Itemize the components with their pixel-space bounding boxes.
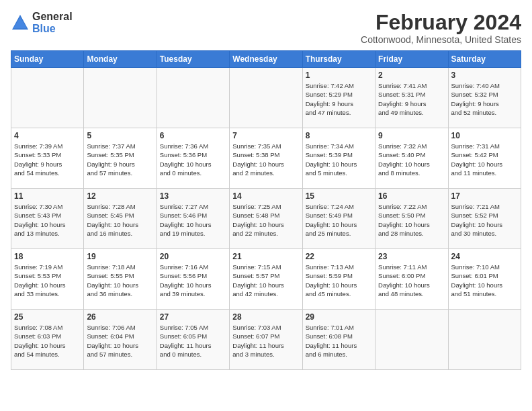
calendar-header: SundayMondayTuesdayWednesdayThursdayFrid… (11, 51, 521, 68)
day-number: 10 (451, 131, 518, 140)
day-info: Sunrise: 7:37 AM Sunset: 5:35 PM Dayligh… (87, 142, 153, 177)
calendar-cell: 1Sunrise: 7:42 AM Sunset: 5:29 PM Daylig… (302, 68, 375, 128)
calendar-subtitle: Cottonwood, Minnesota, United States (361, 34, 521, 45)
day-info: Sunrise: 7:10 AM Sunset: 6:01 PM Dayligh… (451, 263, 518, 298)
weekday-header-wednesday: Wednesday (230, 51, 302, 68)
calendar-cell: 13Sunrise: 7:27 AM Sunset: 5:46 PM Dayli… (157, 189, 229, 249)
calendar-cell: 4Sunrise: 7:39 AM Sunset: 5:33 PM Daylig… (11, 128, 84, 189)
day-number: 9 (378, 131, 445, 140)
day-info: Sunrise: 7:31 AM Sunset: 5:42 PM Dayligh… (451, 142, 518, 177)
day-info: Sunrise: 7:25 AM Sunset: 5:48 PM Dayligh… (232, 202, 299, 238)
calendar-cell: 12Sunrise: 7:28 AM Sunset: 5:45 PM Dayli… (84, 189, 157, 249)
day-info: Sunrise: 7:27 AM Sunset: 5:46 PM Dayligh… (160, 202, 226, 238)
calendar-week-3: 11Sunrise: 7:30 AM Sunset: 5:43 PM Dayli… (11, 189, 521, 249)
calendar-cell: 9Sunrise: 7:32 AM Sunset: 5:40 PM Daylig… (375, 128, 448, 189)
day-number: 22 (306, 252, 372, 261)
calendar-week-1: 1Sunrise: 7:42 AM Sunset: 5:29 PM Daylig… (11, 68, 521, 128)
weekday-header-monday: Monday (84, 51, 157, 68)
logo: General Blue (11, 11, 73, 34)
logo-blue-text: Blue (32, 23, 73, 35)
day-info: Sunrise: 7:06 AM Sunset: 6:04 PM Dayligh… (87, 323, 153, 359)
day-number: 25 (14, 312, 81, 322)
calendar-cell: 26Sunrise: 7:06 AM Sunset: 6:04 PM Dayli… (84, 310, 157, 370)
day-number: 7 (232, 131, 299, 140)
day-number: 24 (451, 252, 518, 261)
weekday-header-saturday: Saturday (448, 51, 521, 68)
day-number: 26 (87, 312, 153, 322)
day-info: Sunrise: 7:32 AM Sunset: 5:40 PM Dayligh… (378, 142, 445, 177)
day-info: Sunrise: 7:22 AM Sunset: 5:50 PM Dayligh… (378, 202, 445, 238)
calendar-cell: 27Sunrise: 7:05 AM Sunset: 6:05 PM Dayli… (157, 310, 229, 370)
day-number: 6 (160, 131, 226, 140)
calendar-cell (84, 68, 157, 128)
logo-icon (11, 13, 30, 32)
calendar-week-2: 4Sunrise: 7:39 AM Sunset: 5:33 PM Daylig… (11, 128, 521, 189)
calendar-cell: 20Sunrise: 7:16 AM Sunset: 5:56 PM Dayli… (157, 249, 229, 310)
day-number: 14 (232, 191, 299, 201)
calendar-cell: 21Sunrise: 7:15 AM Sunset: 5:57 PM Dayli… (230, 249, 302, 310)
day-info: Sunrise: 7:41 AM Sunset: 5:31 PM Dayligh… (378, 81, 445, 117)
day-number: 8 (306, 131, 372, 140)
calendar-cell: 28Sunrise: 7:03 AM Sunset: 6:07 PM Dayli… (230, 310, 302, 370)
day-info: Sunrise: 7:39 AM Sunset: 5:33 PM Dayligh… (14, 142, 81, 177)
calendar-cell: 5Sunrise: 7:37 AM Sunset: 5:35 PM Daylig… (84, 128, 157, 189)
day-info: Sunrise: 7:15 AM Sunset: 5:57 PM Dayligh… (232, 263, 299, 298)
day-number: 4 (14, 131, 81, 140)
day-info: Sunrise: 7:11 AM Sunset: 6:00 PM Dayligh… (378, 263, 445, 298)
calendar-cell (448, 310, 521, 370)
svg-marker-1 (13, 17, 27, 28)
day-number: 20 (160, 252, 226, 261)
day-number: 29 (306, 312, 372, 322)
day-number: 2 (378, 71, 445, 80)
calendar-cell: 8Sunrise: 7:34 AM Sunset: 5:39 PM Daylig… (302, 128, 375, 189)
calendar-cell: 10Sunrise: 7:31 AM Sunset: 5:42 PM Dayli… (448, 128, 521, 189)
calendar-table: SundayMondayTuesdayWednesdayThursdayFrid… (11, 50, 521, 370)
day-number: 11 (14, 191, 81, 201)
calendar-cell: 14Sunrise: 7:25 AM Sunset: 5:48 PM Dayli… (230, 189, 302, 249)
calendar-cell: 19Sunrise: 7:18 AM Sunset: 5:55 PM Dayli… (84, 249, 157, 310)
day-info: Sunrise: 7:24 AM Sunset: 5:49 PM Dayligh… (306, 202, 372, 238)
day-info: Sunrise: 7:01 AM Sunset: 6:08 PM Dayligh… (306, 323, 372, 359)
day-info: Sunrise: 7:42 AM Sunset: 5:29 PM Dayligh… (306, 81, 372, 117)
calendar-cell: 11Sunrise: 7:30 AM Sunset: 5:43 PM Dayli… (11, 189, 84, 249)
day-number: 18 (14, 252, 81, 261)
calendar-cell: 16Sunrise: 7:22 AM Sunset: 5:50 PM Dayli… (375, 189, 448, 249)
calendar-body: 1Sunrise: 7:42 AM Sunset: 5:29 PM Daylig… (11, 68, 521, 370)
weekday-header-sunday: Sunday (11, 51, 84, 68)
day-info: Sunrise: 7:05 AM Sunset: 6:05 PM Dayligh… (160, 323, 226, 359)
day-info: Sunrise: 7:28 AM Sunset: 5:45 PM Dayligh… (87, 202, 153, 238)
day-number: 5 (87, 131, 153, 140)
day-number: 15 (306, 191, 372, 201)
weekday-header-friday: Friday (375, 51, 448, 68)
calendar-cell: 24Sunrise: 7:10 AM Sunset: 6:01 PM Dayli… (448, 249, 521, 310)
day-number: 23 (378, 252, 445, 261)
calendar-cell: 7Sunrise: 7:35 AM Sunset: 5:38 PM Daylig… (230, 128, 302, 189)
day-number: 13 (160, 191, 226, 201)
calendar-title: February 2024 (361, 11, 521, 34)
calendar-cell (11, 68, 84, 128)
weekday-header-tuesday: Tuesday (157, 51, 229, 68)
calendar-cell (375, 310, 448, 370)
logo-general-text: General (32, 11, 73, 23)
day-info: Sunrise: 7:18 AM Sunset: 5:55 PM Dayligh… (87, 263, 153, 298)
calendar-week-5: 25Sunrise: 7:08 AM Sunset: 6:03 PM Dayli… (11, 310, 521, 370)
day-info: Sunrise: 7:03 AM Sunset: 6:07 PM Dayligh… (232, 323, 299, 359)
calendar-cell (157, 68, 229, 128)
day-number: 28 (232, 312, 299, 322)
logo-text: General Blue (32, 11, 73, 34)
day-info: Sunrise: 7:16 AM Sunset: 5:56 PM Dayligh… (160, 263, 226, 298)
day-info: Sunrise: 7:36 AM Sunset: 5:36 PM Dayligh… (160, 142, 226, 177)
calendar-week-4: 18Sunrise: 7:19 AM Sunset: 5:53 PM Dayli… (11, 249, 521, 310)
calendar-cell: 18Sunrise: 7:19 AM Sunset: 5:53 PM Dayli… (11, 249, 84, 310)
day-info: Sunrise: 7:34 AM Sunset: 5:39 PM Dayligh… (306, 142, 372, 177)
day-number: 27 (160, 312, 226, 322)
calendar-cell: 22Sunrise: 7:13 AM Sunset: 5:59 PM Dayli… (302, 249, 375, 310)
calendar-cell: 25Sunrise: 7:08 AM Sunset: 6:03 PM Dayli… (11, 310, 84, 370)
day-number: 19 (87, 252, 153, 261)
calendar-cell: 17Sunrise: 7:21 AM Sunset: 5:52 PM Dayli… (448, 189, 521, 249)
calendar-cell: 6Sunrise: 7:36 AM Sunset: 5:36 PM Daylig… (157, 128, 229, 189)
page-header: General Blue February 2024 Cottonwood, M… (11, 11, 521, 45)
calendar-cell: 15Sunrise: 7:24 AM Sunset: 5:49 PM Dayli… (302, 189, 375, 249)
day-info: Sunrise: 7:40 AM Sunset: 5:32 PM Dayligh… (451, 81, 518, 117)
weekday-header-thursday: Thursday (302, 51, 375, 68)
